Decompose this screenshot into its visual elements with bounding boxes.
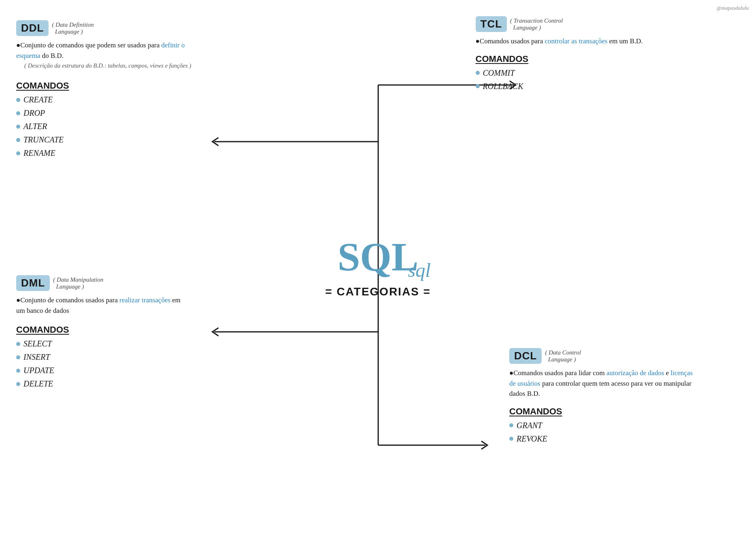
dcl-comandos-label: COMANDOS: [509, 406, 695, 417]
section-dcl: DCL ( Data Control Language ) ●Comandos …: [509, 348, 695, 448]
ddl-cmd-drop: DROP: [16, 108, 191, 118]
tcl-cmd-rollback: ROLLBACK: [476, 82, 643, 91]
dcl-badge: DCL: [509, 348, 542, 364]
ddl-cmd-alter: ALTER: [16, 122, 191, 131]
dcl-cmd-revoke: REVOKE: [509, 434, 695, 444]
ddl-badge: DDL: [16, 20, 49, 36]
ddl-cmd-create: CREATE: [16, 95, 191, 104]
section-ddl: DDL ( Data Definition Language ) ●Conjun…: [16, 20, 191, 162]
dml-cmd-select: SELECT: [16, 339, 186, 348]
sql-logo-small: sql: [408, 259, 431, 281]
tcl-cmd-commit: COMMIT: [476, 68, 643, 78]
dml-commands: SELECT INSERT UPDATE DELETE: [16, 339, 186, 389]
ddl-cmd-truncate: TRUNCATE: [16, 135, 191, 144]
sql-logo-main: SQL: [337, 237, 418, 277]
dml-highlight: realizar transações: [119, 296, 170, 304]
tcl-description: ●Comandos usados para controlar as trans…: [476, 36, 643, 47]
section-tcl: TCL ( Transaction Control Language ) ●Co…: [476, 16, 643, 95]
dml-description: ●Conjunto de comandos usados para realiz…: [16, 295, 186, 316]
dcl-badge-label: ( Data Control Language ): [545, 349, 581, 363]
tcl-highlight: controlar as transações: [545, 37, 608, 45]
dml-comandos-label: COMANDOS: [16, 325, 186, 335]
dml-badge-label: ( Data Manipulation Language ): [53, 276, 103, 290]
dcl-commands: GRANT REVOKE: [509, 421, 695, 444]
dml-cmd-update: UPDATE: [16, 366, 186, 375]
categorias-label: = CATEGORIAS =: [325, 285, 431, 298]
tcl-badge-label: ( Transaction Control Language ): [510, 17, 563, 31]
section-dml: DML ( Data Manipulation Language ) ●Conj…: [16, 275, 186, 393]
dcl-cmd-grant: GRANT: [509, 421, 695, 430]
ddl-commands: CREATE DROP ALTER TRUNCATE RENAME: [16, 95, 191, 158]
ddl-comandos-label: COMANDOS: [16, 81, 191, 91]
tcl-badge: TCL: [476, 16, 507, 32]
tcl-comandos-label: COMANDOS: [476, 54, 643, 64]
ddl-note: ( Descrição da estrutura do B.D.: tabela…: [24, 62, 191, 69]
ddl-badge-label: ( Data Definition Language ): [52, 21, 93, 35]
watermark: @mapasdalulu: [717, 5, 749, 11]
tcl-commands: COMMIT ROLLBACK: [476, 68, 643, 91]
dml-cmd-delete: DELETE: [16, 379, 186, 389]
ddl-cmd-rename: RENAME: [16, 149, 191, 158]
ddl-description: ●Conjunto de comandos que podem ser usad…: [16, 40, 186, 61]
sql-center: SQL sql = CATEGORIAS =: [325, 237, 431, 298]
dml-cmd-insert: INSERT: [16, 352, 186, 362]
dcl-description: ●Comandos usados para lidar com autoriza…: [509, 368, 695, 399]
dcl-highlight1: autorização de dados: [606, 369, 664, 377]
dml-badge: DML: [16, 275, 50, 291]
